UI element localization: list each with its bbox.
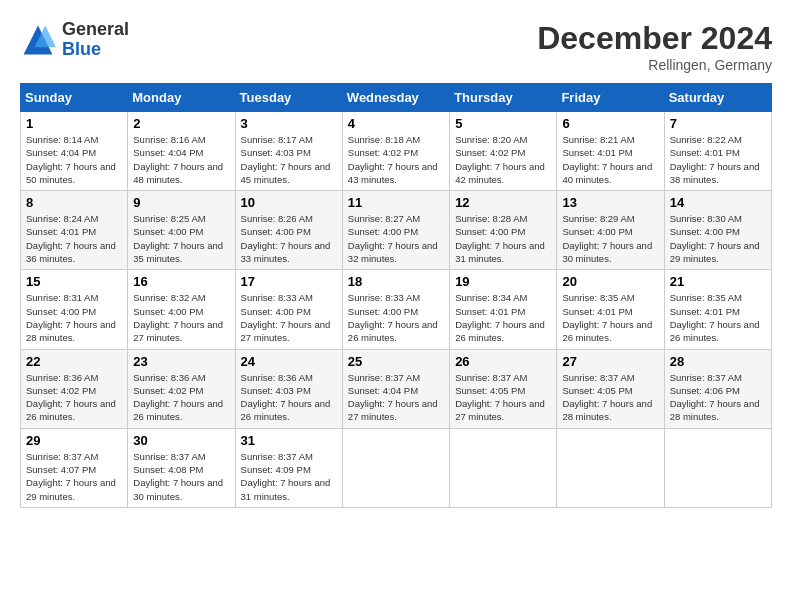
logo: General Blue	[20, 20, 129, 60]
day-info: Sunrise: 8:37 AMSunset: 4:08 PMDaylight:…	[133, 451, 223, 502]
day-number: 30	[133, 433, 229, 448]
calendar-cell: 12 Sunrise: 8:28 AMSunset: 4:00 PMDaylig…	[450, 191, 557, 270]
col-wednesday: Wednesday	[342, 84, 449, 112]
week-row-5: 29 Sunrise: 8:37 AMSunset: 4:07 PMDaylig…	[21, 428, 772, 507]
day-info: Sunrise: 8:37 AMSunset: 4:05 PMDaylight:…	[455, 372, 545, 423]
header-row: Sunday Monday Tuesday Wednesday Thursday…	[21, 84, 772, 112]
day-number: 3	[241, 116, 337, 131]
day-number: 13	[562, 195, 658, 210]
day-info: Sunrise: 8:37 AMSunset: 4:04 PMDaylight:…	[348, 372, 438, 423]
day-info: Sunrise: 8:37 AMSunset: 4:05 PMDaylight:…	[562, 372, 652, 423]
day-number: 2	[133, 116, 229, 131]
col-saturday: Saturday	[664, 84, 771, 112]
day-info: Sunrise: 8:36 AMSunset: 4:02 PMDaylight:…	[133, 372, 223, 423]
day-number: 6	[562, 116, 658, 131]
day-info: Sunrise: 8:36 AMSunset: 4:03 PMDaylight:…	[241, 372, 331, 423]
calendar-table: Sunday Monday Tuesday Wednesday Thursday…	[20, 83, 772, 508]
day-info: Sunrise: 8:33 AMSunset: 4:00 PMDaylight:…	[348, 292, 438, 343]
day-info: Sunrise: 8:37 AMSunset: 4:07 PMDaylight:…	[26, 451, 116, 502]
day-info: Sunrise: 8:24 AMSunset: 4:01 PMDaylight:…	[26, 213, 116, 264]
day-number: 22	[26, 354, 122, 369]
day-info: Sunrise: 8:22 AMSunset: 4:01 PMDaylight:…	[670, 134, 760, 185]
day-info: Sunrise: 8:37 AMSunset: 4:06 PMDaylight:…	[670, 372, 760, 423]
calendar-cell: 19 Sunrise: 8:34 AMSunset: 4:01 PMDaylig…	[450, 270, 557, 349]
day-number: 25	[348, 354, 444, 369]
calendar-cell: 5 Sunrise: 8:20 AMSunset: 4:02 PMDayligh…	[450, 112, 557, 191]
day-info: Sunrise: 8:34 AMSunset: 4:01 PMDaylight:…	[455, 292, 545, 343]
day-number: 24	[241, 354, 337, 369]
calendar-cell: 31 Sunrise: 8:37 AMSunset: 4:09 PMDaylig…	[235, 428, 342, 507]
calendar-cell: 1 Sunrise: 8:14 AMSunset: 4:04 PMDayligh…	[21, 112, 128, 191]
day-number: 11	[348, 195, 444, 210]
calendar-cell: 2 Sunrise: 8:16 AMSunset: 4:04 PMDayligh…	[128, 112, 235, 191]
calendar-cell: 22 Sunrise: 8:36 AMSunset: 4:02 PMDaylig…	[21, 349, 128, 428]
day-number: 21	[670, 274, 766, 289]
calendar-cell: 14 Sunrise: 8:30 AMSunset: 4:00 PMDaylig…	[664, 191, 771, 270]
day-number: 14	[670, 195, 766, 210]
day-info: Sunrise: 8:36 AMSunset: 4:02 PMDaylight:…	[26, 372, 116, 423]
calendar-cell: 20 Sunrise: 8:35 AMSunset: 4:01 PMDaylig…	[557, 270, 664, 349]
col-thursday: Thursday	[450, 84, 557, 112]
logo-blue: Blue	[62, 39, 101, 59]
calendar-cell: 16 Sunrise: 8:32 AMSunset: 4:00 PMDaylig…	[128, 270, 235, 349]
calendar-cell: 26 Sunrise: 8:37 AMSunset: 4:05 PMDaylig…	[450, 349, 557, 428]
day-number: 17	[241, 274, 337, 289]
col-friday: Friday	[557, 84, 664, 112]
calendar-cell: 30 Sunrise: 8:37 AMSunset: 4:08 PMDaylig…	[128, 428, 235, 507]
day-info: Sunrise: 8:26 AMSunset: 4:00 PMDaylight:…	[241, 213, 331, 264]
calendar-cell: 18 Sunrise: 8:33 AMSunset: 4:00 PMDaylig…	[342, 270, 449, 349]
calendar-cell: 13 Sunrise: 8:29 AMSunset: 4:00 PMDaylig…	[557, 191, 664, 270]
day-number: 23	[133, 354, 229, 369]
calendar-cell	[342, 428, 449, 507]
day-number: 15	[26, 274, 122, 289]
day-number: 29	[26, 433, 122, 448]
week-row-4: 22 Sunrise: 8:36 AMSunset: 4:02 PMDaylig…	[21, 349, 772, 428]
calendar-cell: 29 Sunrise: 8:37 AMSunset: 4:07 PMDaylig…	[21, 428, 128, 507]
calendar-cell: 10 Sunrise: 8:26 AMSunset: 4:00 PMDaylig…	[235, 191, 342, 270]
calendar-cell: 28 Sunrise: 8:37 AMSunset: 4:06 PMDaylig…	[664, 349, 771, 428]
day-info: Sunrise: 8:35 AMSunset: 4:01 PMDaylight:…	[670, 292, 760, 343]
day-info: Sunrise: 8:33 AMSunset: 4:00 PMDaylight:…	[241, 292, 331, 343]
day-info: Sunrise: 8:18 AMSunset: 4:02 PMDaylight:…	[348, 134, 438, 185]
calendar-cell	[450, 428, 557, 507]
day-number: 16	[133, 274, 229, 289]
day-info: Sunrise: 8:27 AMSunset: 4:00 PMDaylight:…	[348, 213, 438, 264]
calendar-cell: 17 Sunrise: 8:33 AMSunset: 4:00 PMDaylig…	[235, 270, 342, 349]
col-sunday: Sunday	[21, 84, 128, 112]
col-monday: Monday	[128, 84, 235, 112]
day-number: 28	[670, 354, 766, 369]
day-number: 9	[133, 195, 229, 210]
day-info: Sunrise: 8:37 AMSunset: 4:09 PMDaylight:…	[241, 451, 331, 502]
day-number: 19	[455, 274, 551, 289]
calendar-cell: 4 Sunrise: 8:18 AMSunset: 4:02 PMDayligh…	[342, 112, 449, 191]
day-number: 5	[455, 116, 551, 131]
calendar-cell: 3 Sunrise: 8:17 AMSunset: 4:03 PMDayligh…	[235, 112, 342, 191]
day-number: 10	[241, 195, 337, 210]
location: Rellingen, Germany	[537, 57, 772, 73]
day-info: Sunrise: 8:21 AMSunset: 4:01 PMDaylight:…	[562, 134, 652, 185]
calendar-cell: 24 Sunrise: 8:36 AMSunset: 4:03 PMDaylig…	[235, 349, 342, 428]
calendar-cell: 27 Sunrise: 8:37 AMSunset: 4:05 PMDaylig…	[557, 349, 664, 428]
logo-icon	[20, 22, 56, 58]
day-info: Sunrise: 8:30 AMSunset: 4:00 PMDaylight:…	[670, 213, 760, 264]
day-info: Sunrise: 8:35 AMSunset: 4:01 PMDaylight:…	[562, 292, 652, 343]
day-number: 26	[455, 354, 551, 369]
calendar-cell: 25 Sunrise: 8:37 AMSunset: 4:04 PMDaylig…	[342, 349, 449, 428]
day-info: Sunrise: 8:31 AMSunset: 4:00 PMDaylight:…	[26, 292, 116, 343]
calendar-cell: 11 Sunrise: 8:27 AMSunset: 4:00 PMDaylig…	[342, 191, 449, 270]
day-number: 1	[26, 116, 122, 131]
day-info: Sunrise: 8:29 AMSunset: 4:00 PMDaylight:…	[562, 213, 652, 264]
day-number: 7	[670, 116, 766, 131]
week-row-1: 1 Sunrise: 8:14 AMSunset: 4:04 PMDayligh…	[21, 112, 772, 191]
calendar-cell	[557, 428, 664, 507]
title-block: December 2024 Rellingen, Germany	[537, 20, 772, 73]
calendar-cell: 6 Sunrise: 8:21 AMSunset: 4:01 PMDayligh…	[557, 112, 664, 191]
day-number: 18	[348, 274, 444, 289]
day-number: 12	[455, 195, 551, 210]
page-header: General Blue December 2024 Rellingen, Ge…	[20, 20, 772, 73]
day-info: Sunrise: 8:20 AMSunset: 4:02 PMDaylight:…	[455, 134, 545, 185]
month-title: December 2024	[537, 20, 772, 57]
day-info: Sunrise: 8:17 AMSunset: 4:03 PMDaylight:…	[241, 134, 331, 185]
calendar-cell: 7 Sunrise: 8:22 AMSunset: 4:01 PMDayligh…	[664, 112, 771, 191]
day-info: Sunrise: 8:16 AMSunset: 4:04 PMDaylight:…	[133, 134, 223, 185]
